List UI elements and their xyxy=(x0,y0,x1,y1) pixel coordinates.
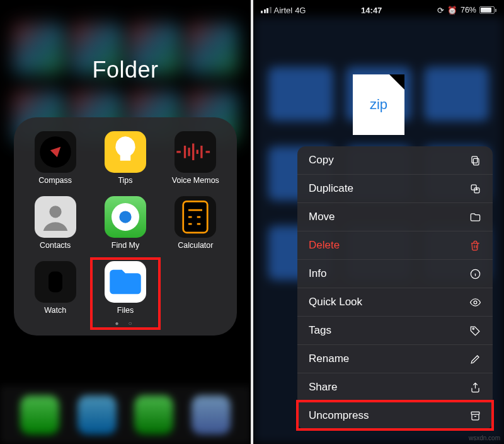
app-watch[interactable]: Watch xyxy=(24,261,86,315)
svg-rect-6 xyxy=(473,158,479,165)
trash-icon xyxy=(469,239,481,252)
alarm-icon: ⏰ xyxy=(447,6,457,15)
app-label: Voice Memos xyxy=(172,176,219,185)
network-label: 4G xyxy=(295,6,306,15)
app-label: Compass xyxy=(38,176,72,185)
folder-title: Folder xyxy=(0,57,251,83)
menu-label: Copy xyxy=(309,154,334,166)
menu-label: Tags xyxy=(309,324,331,337)
menu-label: Uncompress xyxy=(309,409,369,422)
status-time: 14:47 xyxy=(306,6,437,15)
svg-point-12 xyxy=(472,328,474,329)
duplicate-icon xyxy=(469,182,481,195)
zip-file-preview[interactable]: zip xyxy=(353,74,404,135)
app-label: Tips xyxy=(118,176,132,185)
app-contacts[interactable]: Contacts xyxy=(24,196,86,250)
menu-label: Info xyxy=(309,267,326,280)
svg-rect-4 xyxy=(183,201,208,233)
svg-point-3 xyxy=(119,211,131,223)
menu-label: Rename xyxy=(309,353,349,365)
share-icon xyxy=(469,381,481,394)
menu-move[interactable]: Move xyxy=(297,202,493,231)
svg-point-11 xyxy=(474,301,477,304)
svg-rect-8 xyxy=(471,185,476,190)
tips-icon xyxy=(105,131,146,173)
context-menu: Copy Duplicate Move Delete Info Quick Lo… xyxy=(297,146,493,429)
menu-label: Move xyxy=(309,211,335,223)
app-label: Watch xyxy=(44,306,66,315)
findmy-icon xyxy=(105,196,146,238)
app-files[interactable]: Files xyxy=(94,261,156,315)
svg-rect-13 xyxy=(471,412,479,414)
menu-copy[interactable]: Copy xyxy=(297,146,493,174)
info-icon xyxy=(469,267,481,280)
folder-panel: Compass Tips Voice Memos Contacts Find M… xyxy=(14,117,237,336)
dock xyxy=(0,386,251,444)
status-bar: Airtel 4G 14:47 ⟳ ⏰ 76% xyxy=(253,0,504,16)
watermark: wsxdn.com xyxy=(469,435,500,441)
tag-icon xyxy=(469,324,481,337)
left-screenshot: Folder Compass Tips Voice Memos Contacts… xyxy=(0,0,251,444)
dock-app-music[interactable] xyxy=(192,395,231,435)
dock-app-safari[interactable] xyxy=(77,395,117,435)
app-find-my[interactable]: Find My xyxy=(94,196,156,250)
menu-label: Duplicate xyxy=(309,182,353,195)
app-label: Files xyxy=(117,306,134,315)
app-label: Find My xyxy=(112,241,139,250)
svg-rect-7 xyxy=(471,156,477,163)
menu-label: Share xyxy=(309,381,337,394)
menu-rename[interactable]: Rename xyxy=(297,344,493,373)
copy-icon xyxy=(469,154,481,166)
menu-duplicate[interactable]: Duplicate xyxy=(297,174,493,202)
battery-pct: 76% xyxy=(461,6,476,15)
eye-icon xyxy=(469,296,481,308)
menu-info[interactable]: Info xyxy=(297,259,493,288)
dock-app-phone[interactable] xyxy=(20,395,59,435)
page-dots[interactable]: ● ○ xyxy=(24,320,227,327)
app-label: Contacts xyxy=(40,241,71,250)
dock-app-messages[interactable] xyxy=(134,395,173,435)
voice-icon xyxy=(175,131,216,173)
app-compass[interactable]: Compass xyxy=(24,131,86,185)
folder-icon xyxy=(469,211,481,223)
svg-point-1 xyxy=(49,206,61,218)
svg-rect-5 xyxy=(49,272,62,293)
menu-share[interactable]: Share xyxy=(297,373,493,401)
folder-grid: Compass Tips Voice Memos Contacts Find M… xyxy=(24,131,227,315)
menu-quick-look[interactable]: Quick Look xyxy=(297,288,493,316)
orientation-lock-icon: ⟳ xyxy=(437,6,444,15)
carrier-label: Airtel xyxy=(274,6,293,15)
menu-label: Delete xyxy=(309,239,340,252)
menu-delete[interactable]: Delete xyxy=(297,231,493,259)
right-screenshot: Airtel 4G 14:47 ⟳ ⏰ 76% zip Copy Duplica… xyxy=(253,0,504,444)
menu-tags[interactable]: Tags xyxy=(297,316,493,344)
battery-icon xyxy=(479,6,496,14)
pencil-icon xyxy=(469,353,481,365)
signal-icon xyxy=(261,7,272,13)
calc-icon xyxy=(175,196,216,238)
files-icon xyxy=(105,261,146,303)
app-calculator[interactable]: Calculator xyxy=(164,196,227,250)
app-tips[interactable]: Tips xyxy=(94,131,156,185)
zip-label: zip xyxy=(370,96,387,113)
contacts-icon xyxy=(35,196,76,238)
app-label: Calculator xyxy=(178,241,213,250)
compass-icon xyxy=(35,131,76,173)
archive-icon xyxy=(469,409,481,422)
menu-label: Quick Look xyxy=(309,296,362,308)
app-voice-memos[interactable]: Voice Memos xyxy=(164,131,227,185)
menu-uncompress[interactable]: Uncompress xyxy=(297,401,493,429)
watch-icon xyxy=(35,261,76,303)
